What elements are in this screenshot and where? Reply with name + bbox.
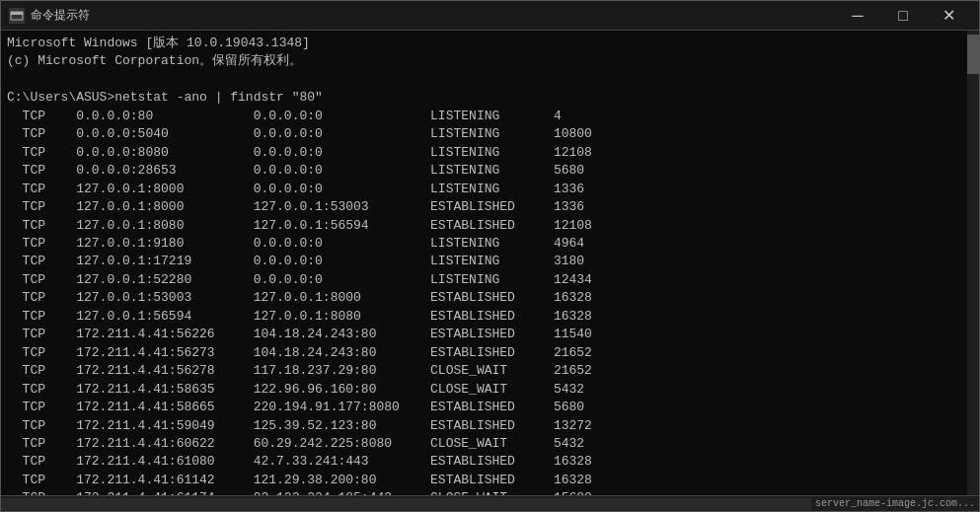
close-button[interactable]: ✕ bbox=[926, 1, 971, 31]
window-controls: ─ □ ✕ bbox=[835, 1, 971, 31]
cmd-window: 命令提示符 ─ □ ✕ Microsoft Windows [版本 10.0.1… bbox=[0, 0, 980, 512]
status-text: server_name-image.jc.com... bbox=[811, 498, 979, 509]
terminal-area: Microsoft Windows [版本 10.0.19043.1348] (… bbox=[1, 31, 979, 495]
window-title: 命令提示符 bbox=[31, 7, 835, 24]
svg-rect-1 bbox=[11, 12, 23, 15]
maximize-button[interactable]: □ bbox=[880, 1, 926, 31]
title-bar: 命令提示符 ─ □ ✕ bbox=[1, 1, 979, 31]
bottom-bar: server_name-image.jc.com... bbox=[1, 495, 979, 511]
scrollbar-thumb[interactable] bbox=[967, 35, 979, 74]
vertical-scrollbar[interactable] bbox=[967, 31, 979, 495]
window-icon bbox=[9, 8, 25, 24]
terminal-output[interactable]: Microsoft Windows [版本 10.0.19043.1348] (… bbox=[1, 31, 967, 495]
minimize-button[interactable]: ─ bbox=[835, 1, 880, 31]
horizontal-scrollbar[interactable] bbox=[1, 498, 811, 510]
